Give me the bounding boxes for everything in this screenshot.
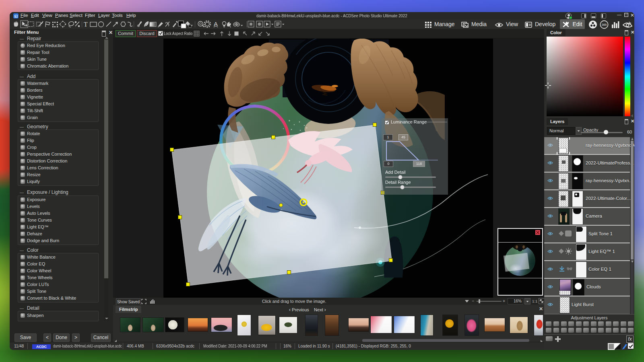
svg-text:365: 365 — [602, 23, 607, 27]
svg-text:T: T — [84, 21, 88, 28]
